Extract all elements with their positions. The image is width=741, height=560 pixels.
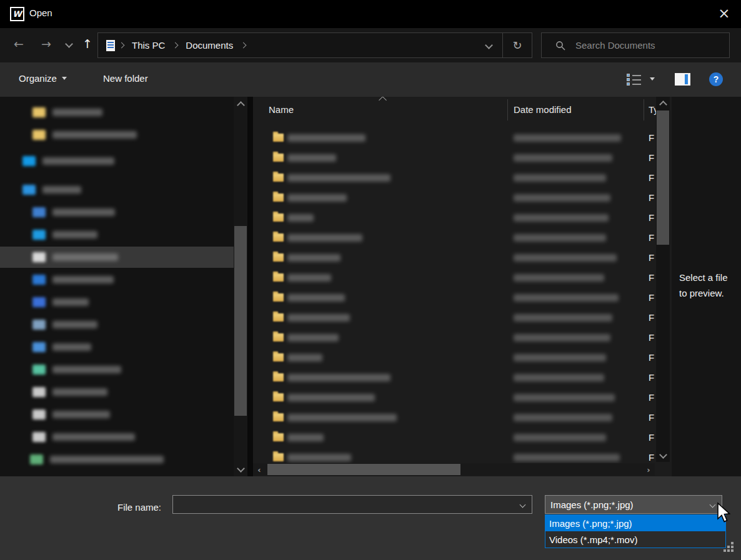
- scroll-down-icon[interactable]: [234, 462, 247, 474]
- file-row[interactable]: F: [253, 168, 656, 188]
- file-type-select[interactable]: Images (*.png;*.jpg): [545, 495, 722, 514]
- folder-icon: [273, 373, 284, 381]
- address-dropdown-button[interactable]: [475, 33, 502, 57]
- column-header-date-modified[interactable]: Date modified: [514, 104, 572, 115]
- file-name-dropdown-chevron-icon[interactable]: [513, 503, 532, 507]
- file-row[interactable]: F: [253, 128, 656, 148]
- file-row[interactable]: F: [253, 328, 656, 348]
- file-row[interactable]: F: [253, 268, 656, 288]
- sidebar-item[interactable]: [0, 150, 234, 172]
- horizontal-scrollbar-thumb[interactable]: [267, 464, 460, 475]
- file-row[interactable]: F: [253, 208, 656, 228]
- scroll-up-icon[interactable]: [234, 99, 247, 111]
- file-row[interactable]: F: [253, 308, 656, 328]
- sidebar-scrollbar[interactable]: [234, 97, 247, 476]
- title-bar: W Open ×: [0, 0, 741, 28]
- folder-icon: [273, 393, 284, 401]
- help-icon[interactable]: ?: [709, 72, 723, 86]
- address-bar[interactable]: This PC Documents ↻: [97, 32, 532, 58]
- breadcrumb-documents[interactable]: Documents: [182, 40, 237, 51]
- file-row[interactable]: F: [253, 188, 656, 208]
- details-view-icon[interactable]: [627, 74, 642, 86]
- file-name-redacted: [287, 374, 390, 381]
- folder-icon: [273, 453, 284, 461]
- music-icon: [32, 297, 46, 307]
- breadcrumb-chevron-icon: [172, 42, 179, 49]
- file-name-redacted: [287, 294, 345, 302]
- file-name-redacted: [287, 334, 339, 341]
- onedrive-icon: [22, 156, 36, 166]
- new-folder-button[interactable]: New folder: [103, 73, 148, 84]
- organize-button[interactable]: Organize: [19, 73, 67, 84]
- file-list-vertical-scrollbar[interactable]: [656, 97, 670, 462]
- sidebar-item[interactable]: [0, 179, 234, 200]
- close-icon[interactable]: ×: [714, 4, 734, 24]
- file-name-redacted: [287, 274, 331, 282]
- sidebar-scrollbar-thumb[interactable]: [234, 226, 247, 416]
- preview-pane-icon[interactable]: [675, 73, 690, 86]
- sidebar-item-label-redacted: [52, 388, 107, 396]
- up-icon[interactable]: ↑: [82, 37, 92, 51]
- recent-locations-chevron-icon[interactable]: [65, 40, 73, 48]
- column-divider[interactable]: [507, 99, 508, 120]
- file-type-truncated: F: [649, 172, 654, 183]
- file-row[interactable]: F: [253, 228, 656, 248]
- sidebar-item[interactable]: [0, 314, 234, 335]
- sidebar-item[interactable]: [0, 336, 234, 358]
- file-type-truncated: F: [649, 232, 654, 243]
- sidebar-item[interactable]: [0, 247, 234, 268]
- file-row[interactable]: F: [253, 368, 656, 388]
- file-type-truncated: F: [649, 392, 654, 403]
- file-row[interactable]: F: [253, 408, 656, 428]
- sidebar-item[interactable]: [0, 359, 234, 380]
- back-icon[interactable]: ←: [14, 37, 24, 51]
- scroll-up-icon[interactable]: [656, 98, 670, 111]
- scroll-right-icon[interactable]: ›: [642, 463, 655, 476]
- this-pc-icon: [22, 185, 36, 195]
- sidebar-item[interactable]: [0, 124, 234, 145]
- file-row[interactable]: F: [253, 248, 656, 268]
- sidebar-item-label-redacted: [42, 157, 114, 165]
- file-row[interactable]: F: [253, 348, 656, 368]
- file-list-scrollbar-thumb[interactable]: [657, 111, 669, 245]
- file-name-field[interactable]: [173, 499, 513, 510]
- file-row[interactable]: F: [253, 288, 656, 308]
- sidebar-item[interactable]: [0, 224, 234, 245]
- forward-icon[interactable]: →: [41, 37, 51, 51]
- scroll-left-icon[interactable]: ‹: [253, 463, 266, 476]
- sidebar-item[interactable]: [0, 292, 234, 313]
- file-type-truncated: F: [649, 292, 654, 303]
- breadcrumb-chevron-icon: [241, 42, 247, 49]
- sidebar-item-label-redacted: [42, 186, 81, 194]
- sidebar-item[interactable]: [0, 269, 234, 290]
- file-name-redacted: [287, 234, 362, 242]
- sidebar-item[interactable]: [0, 381, 234, 403]
- sidebar-item[interactable]: [0, 102, 234, 123]
- sidebar-item[interactable]: [0, 426, 234, 448]
- file-name-combobox[interactable]: [172, 495, 532, 514]
- date-modified-redacted: [514, 154, 612, 162]
- view-options-caret-icon[interactable]: [650, 77, 655, 81]
- file-row[interactable]: F: [253, 428, 656, 448]
- sidebar-item[interactable]: [0, 404, 234, 425]
- refresh-icon[interactable]: ↻: [502, 33, 532, 57]
- column-divider[interactable]: [644, 99, 644, 120]
- file-type-option[interactable]: Images (*.png;*.jpg): [545, 515, 725, 531]
- file-type-option[interactable]: Videos (*.mp4;*.mov): [545, 531, 725, 548]
- folder-icon: [273, 333, 284, 341]
- file-list-horizontal-scrollbar[interactable]: ‹ ›: [253, 463, 655, 476]
- resize-grip[interactable]: [724, 542, 735, 553]
- sidebar-item[interactable]: [0, 202, 234, 223]
- file-row[interactable]: F: [253, 148, 656, 168]
- column-header-name[interactable]: Name: [269, 104, 294, 115]
- desktop-icon: [32, 230, 46, 240]
- sidebar-item[interactable]: [0, 449, 234, 470]
- file-type-selected-value: Images (*.png;*.jpg): [545, 499, 703, 510]
- preview-pane: Select a file to preview.: [672, 97, 741, 476]
- sidebar-item-label-redacted: [52, 131, 137, 139]
- sidebar-item-label-redacted: [52, 109, 102, 116]
- file-row[interactable]: F: [253, 388, 656, 408]
- scroll-down-icon[interactable]: [656, 448, 670, 461]
- search-input[interactable]: Search Documents: [541, 32, 730, 58]
- breadcrumb-this-pc[interactable]: This PC: [128, 40, 169, 51]
